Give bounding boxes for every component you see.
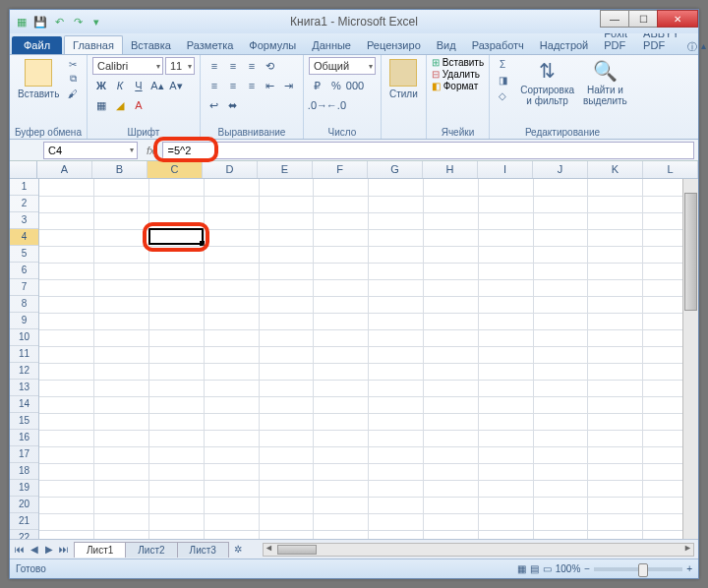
cell-F2[interactable] (314, 196, 369, 212)
cell-I18[interactable] (478, 463, 533, 480)
cell-D2[interactable] (204, 196, 259, 212)
cell-A4[interactable] (39, 229, 94, 246)
col-header-J[interactable]: J (533, 161, 588, 178)
zoom-out-icon[interactable]: − (584, 563, 590, 574)
cell-H5[interactable] (424, 246, 479, 263)
cell-E14[interactable] (259, 396, 314, 413)
cell-F14[interactable] (314, 396, 369, 413)
cell-A11[interactable] (39, 346, 94, 363)
sheet-tab-3[interactable]: Лист3 (177, 542, 229, 558)
cell-G10[interactable] (369, 329, 424, 346)
col-header-G[interactable]: G (368, 161, 423, 178)
cell-J6[interactable] (533, 263, 588, 279)
cell-B10[interactable] (94, 329, 149, 346)
cell-K13[interactable] (588, 380, 643, 396)
cell-I1[interactable] (478, 179, 533, 196)
cell-C16[interactable] (149, 430, 205, 446)
font-size-combo[interactable]: 11 (165, 57, 195, 75)
row-header-13[interactable]: 13 (10, 380, 38, 396)
cell-C7[interactable] (149, 279, 205, 296)
cell-A16[interactable] (39, 430, 94, 446)
cell-E8[interactable] (259, 296, 314, 313)
cell-J13[interactable] (533, 380, 588, 396)
cell-G8[interactable] (369, 296, 424, 313)
cell-I21[interactable] (478, 513, 533, 530)
cell-I12[interactable] (478, 363, 533, 380)
cell-C12[interactable] (149, 363, 205, 380)
cell-J21[interactable] (533, 513, 588, 530)
fill-color-button[interactable]: ◢ (111, 96, 129, 114)
cell-A2[interactable] (39, 196, 94, 212)
cell-C18[interactable] (149, 463, 205, 480)
cell-I19[interactable] (478, 480, 533, 497)
cell-J3[interactable] (533, 212, 588, 229)
col-header-H[interactable]: H (423, 161, 478, 178)
cell-G7[interactable] (369, 279, 424, 296)
cell-B1[interactable] (94, 179, 149, 196)
horizontal-scrollbar[interactable] (263, 543, 694, 557)
cell-B14[interactable] (94, 396, 149, 413)
row-header-12[interactable]: 12 (10, 363, 38, 380)
indent-inc-button[interactable]: ⇥ (280, 77, 298, 94)
row-header-16[interactable]: 16 (10, 430, 38, 446)
cell-B9[interactable] (94, 313, 149, 329)
cell-D20[interactable] (204, 497, 259, 513)
fx-icon[interactable]: fx (144, 145, 158, 156)
cell-J20[interactable] (533, 497, 588, 513)
cell-H2[interactable] (424, 196, 479, 212)
cell-G15[interactable] (369, 413, 424, 430)
font-color-button[interactable]: A (130, 96, 148, 114)
vscroll-thumb[interactable] (684, 193, 697, 311)
cell-A8[interactable] (39, 296, 94, 313)
cell-D10[interactable] (204, 329, 259, 346)
cell-I9[interactable] (478, 313, 533, 329)
maximize-button[interactable]: ☐ (628, 10, 658, 28)
cell-D8[interactable] (204, 296, 259, 313)
cell-H7[interactable] (424, 279, 479, 296)
tab-data[interactable]: Данные (304, 36, 359, 54)
row-header-4[interactable]: 4 (10, 229, 38, 246)
tab-home[interactable]: Главная (64, 35, 123, 54)
wrap-text-button[interactable]: ↩ (206, 96, 223, 114)
format-painter-icon[interactable]: 🖌 (65, 87, 81, 100)
cell-A3[interactable] (39, 212, 94, 229)
align-center-button[interactable]: ≡ (224, 77, 242, 94)
cell-B13[interactable] (94, 380, 149, 396)
cell-D11[interactable] (204, 346, 259, 363)
cell-I16[interactable] (478, 430, 533, 446)
cell-A10[interactable] (39, 329, 94, 346)
sheet-next-icon[interactable]: ▶ (42, 544, 56, 555)
cell-D14[interactable] (204, 396, 259, 413)
cell-B8[interactable] (94, 296, 149, 313)
row-header-3[interactable]: 3 (10, 212, 38, 229)
cell-I15[interactable] (478, 413, 533, 430)
cell-J5[interactable] (533, 246, 588, 263)
cell-D21[interactable] (204, 513, 259, 530)
minimize-button[interactable]: — (600, 10, 629, 28)
cells-area[interactable]: 25 (39, 179, 698, 539)
new-sheet-icon[interactable]: ✲ (228, 544, 248, 555)
hscroll-thumb[interactable] (277, 545, 317, 555)
row-header-1[interactable]: 1 (10, 179, 38, 196)
cut-icon[interactable]: ✂ (65, 57, 81, 71)
cell-K18[interactable] (588, 463, 643, 480)
cell-I3[interactable] (478, 212, 533, 229)
cell-C2[interactable] (149, 196, 205, 212)
cell-F6[interactable] (314, 263, 369, 279)
cell-K14[interactable] (588, 396, 643, 413)
cell-J2[interactable] (533, 196, 588, 212)
cell-B15[interactable] (94, 413, 149, 430)
cell-J19[interactable] (533, 480, 588, 497)
cell-E22[interactable] (259, 530, 314, 539)
row-header-5[interactable]: 5 (10, 246, 38, 263)
cell-E5[interactable] (259, 246, 314, 263)
cell-E13[interactable] (259, 380, 314, 396)
cell-B3[interactable] (94, 212, 149, 229)
cell-E12[interactable] (259, 363, 314, 380)
font-name-combo[interactable]: Calibri (92, 57, 163, 75)
cell-J1[interactable] (533, 179, 588, 196)
align-bot-button[interactable]: ≡ (243, 57, 261, 75)
cell-D1[interactable] (204, 179, 259, 196)
cell-G6[interactable] (369, 263, 424, 279)
sheet-tab-1[interactable]: Лист1 (74, 542, 126, 558)
